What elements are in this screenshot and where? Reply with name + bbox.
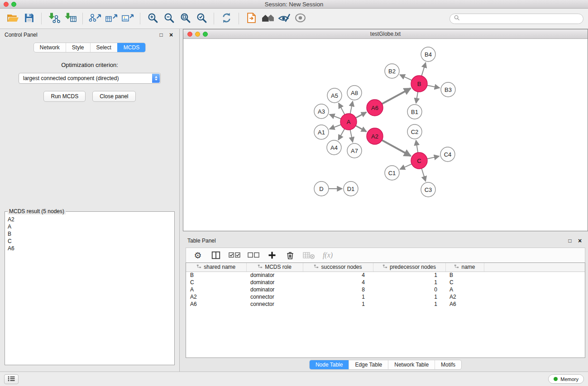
zoom-out-button[interactable]	[161, 10, 177, 27]
column-header-shared-name[interactable]: shared name	[186, 263, 246, 272]
graph-node-A7[interactable]: A7	[347, 143, 362, 158]
edge-A-A5[interactable]	[339, 103, 345, 114]
mcds-result-item-b[interactable]: B	[8, 230, 172, 238]
edge-B-B1[interactable]	[416, 92, 418, 103]
network-minimize-button[interactable]	[195, 32, 200, 37]
graph-node-A[interactable]: A	[340, 114, 357, 130]
search-field[interactable]	[449, 14, 583, 24]
optimization-criterion-dropdown[interactable]: largest connected component (directed)	[19, 73, 161, 84]
search-input[interactable]	[462, 15, 579, 22]
export-table-button[interactable]	[103, 10, 120, 27]
export-network-button[interactable]	[87, 10, 103, 27]
edge-A6-B[interactable]	[382, 88, 411, 104]
run-mcds-button[interactable]: Run MCDS	[43, 91, 86, 102]
table-row[interactable]: Adominator80A	[186, 286, 585, 293]
table-tab-edge-table[interactable]: Edge Table	[349, 360, 388, 369]
open-session-button[interactable]	[5, 10, 21, 27]
edge-A-A4[interactable]	[338, 129, 344, 140]
edge-C-C1[interactable]	[400, 164, 411, 169]
task-history-button[interactable]	[4, 374, 19, 384]
home-button[interactable]	[259, 10, 276, 27]
table-row[interactable]: Cdominator41C	[186, 279, 585, 286]
network-close-button[interactable]	[187, 32, 192, 37]
table-row[interactable]: Bdominator41B	[186, 272, 585, 279]
select-all-button[interactable]	[229, 249, 240, 261]
graph-node-D1[interactable]: D1	[344, 181, 358, 196]
import-table-button[interactable]	[62, 10, 78, 27]
graph-node-A2[interactable]: A2	[367, 128, 383, 144]
table-row[interactable]: A6connector11A6	[186, 300, 585, 308]
open-network-file-button[interactable]	[243, 10, 259, 27]
tab-network[interactable]: Network	[34, 43, 66, 52]
save-session-button[interactable]	[21, 10, 37, 27]
edge-A-A6[interactable]	[356, 112, 367, 118]
graph-node-A8[interactable]: A8	[347, 86, 362, 100]
export-image-button[interactable]	[120, 10, 136, 27]
zoom-window-button[interactable]	[11, 2, 16, 7]
delete-table-button[interactable]	[303, 249, 315, 261]
table-row[interactable]: A2connector11A2	[186, 293, 585, 300]
close-table-panel-icon[interactable]: ×	[576, 237, 583, 244]
graph-node-C4[interactable]: C4	[440, 147, 455, 162]
show-columns-button[interactable]	[210, 249, 221, 261]
float-table-panel-icon[interactable]: □	[566, 238, 574, 244]
table-tab-motifs[interactable]: Motifs	[435, 360, 461, 369]
memory-button[interactable]: Memory	[548, 374, 584, 384]
graph-node-C3[interactable]: C3	[421, 182, 435, 197]
edge-A-A8[interactable]	[350, 101, 353, 114]
edge-A-A2[interactable]	[356, 126, 367, 132]
network-zoom-button[interactable]	[203, 32, 208, 37]
edge-B-B3[interactable]	[427, 86, 440, 88]
column-header-successor-nodes[interactable]: successor nodes	[303, 263, 373, 272]
tab-select[interactable]: Select	[90, 43, 117, 52]
delete-column-button[interactable]	[285, 249, 296, 261]
graph-node-A6[interactable]: A6	[367, 100, 383, 116]
mcds-result-item-a6[interactable]: A6	[8, 245, 172, 252]
graph-node-A1[interactable]: A1	[314, 125, 329, 139]
graph-node-B4[interactable]: B4	[421, 47, 435, 62]
table-tab-node-table[interactable]: Node Table	[310, 360, 349, 369]
deselect-all-button[interactable]	[248, 249, 259, 261]
graph-node-B3[interactable]: B3	[441, 82, 455, 97]
import-network-button[interactable]	[46, 10, 62, 27]
graph-node-A5[interactable]: A5	[327, 88, 342, 103]
mcds-result-item-c[interactable]: C	[8, 238, 172, 245]
edge-A-A1[interactable]	[330, 124, 341, 129]
tab-mcds[interactable]: MCDS	[117, 43, 145, 52]
function-builder-button[interactable]: f(x)	[322, 249, 333, 261]
create-column-button[interactable]	[267, 249, 277, 261]
table-settings-button[interactable]: ⚙	[192, 249, 203, 261]
graph-node-A4[interactable]: A4	[327, 140, 341, 155]
zoom-in-button[interactable]	[144, 10, 161, 27]
vizmap-button[interactable]	[276, 10, 292, 27]
graph-node-D[interactable]: D	[314, 181, 329, 196]
apply-layout-button[interactable]	[218, 10, 234, 27]
edge-B-B4[interactable]	[421, 62, 425, 76]
tab-style[interactable]: Style	[66, 43, 90, 52]
mcds-result-item-a[interactable]: A	[8, 223, 172, 230]
zoom-fit-button[interactable]	[177, 10, 193, 27]
graph-node-B[interactable]: B	[411, 76, 427, 92]
edge-C-C2[interactable]	[416, 140, 418, 152]
graph-node-B1[interactable]: B1	[407, 105, 422, 119]
graph-node-A3[interactable]: A3	[314, 104, 329, 119]
column-header-name[interactable]: name	[445, 263, 484, 272]
graph-node-C1[interactable]: C1	[385, 166, 399, 180]
edge-A-A7[interactable]	[350, 130, 353, 143]
edge-B-B2[interactable]	[400, 75, 411, 80]
network-graph[interactable]: B4B2BB3A8A5A6B1A3AC2A1A2A4A7C4CC1C3DD1	[183, 39, 588, 231]
show-graphics-details-button[interactable]	[292, 10, 308, 27]
mcds-result-item-a2[interactable]: A2	[8, 216, 172, 223]
close-panel-button[interactable]: Close panel	[92, 91, 135, 102]
network-canvas[interactable]: B4B2BB3A8A5A6B1A3AC2A1A2A4A7C4CC1C3DD1	[183, 39, 588, 231]
graph-node-C[interactable]: C	[411, 152, 427, 169]
edge-A-A3[interactable]	[330, 114, 341, 119]
float-panel-icon[interactable]: □	[158, 32, 165, 38]
table-tab-network-table[interactable]: Network Table	[388, 360, 435, 369]
edge-C-C4[interactable]	[427, 156, 440, 159]
column-header-mcds-role[interactable]: MCDS role	[246, 263, 303, 272]
graph-node-B2[interactable]: B2	[385, 64, 399, 78]
zoom-selected-button[interactable]	[193, 10, 210, 27]
graph-node-C2[interactable]: C2	[407, 124, 422, 139]
edge-A2-C[interactable]	[382, 140, 411, 156]
